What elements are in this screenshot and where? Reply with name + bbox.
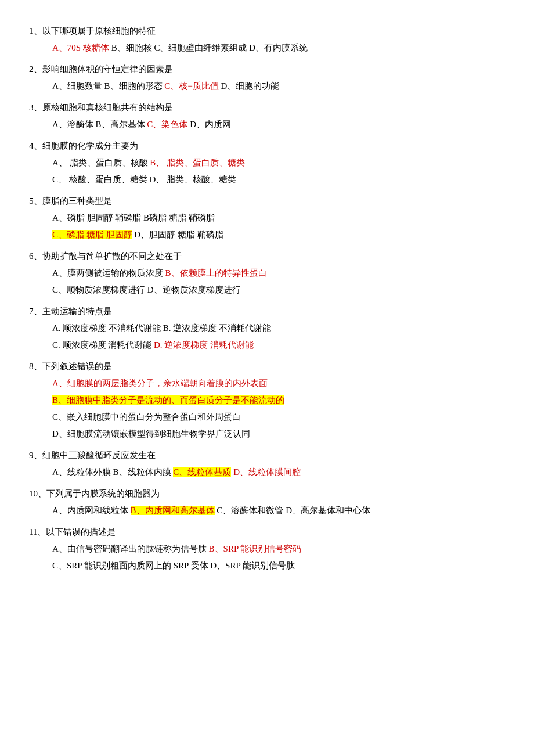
options-row-q8-1: B、细胞膜中脂类分子是流动的、而蛋白质分子是不能流动的 (29, 393, 505, 408)
options-row-q3-0: A、溶酶体 B、高尔基体 C、染色体 D、内质网 (29, 117, 505, 132)
option-q9-A: A、线粒体外膜 (52, 467, 111, 477)
option-q2-D: D、细胞的功能 (221, 81, 280, 91)
option-q8-D: D、细胞膜流动镶嵌模型得到细胞生物学界广泛认同 (52, 429, 250, 438)
question-title-q3: 3、原核细胞和真核细胞共有的结构是 (29, 100, 505, 116)
question-q9: 9、细胞中三羧酸循环反应发生在A、线粒体外膜 B、线粒体内膜 C、线粒体基质 D… (29, 448, 505, 480)
question-title-q1: 1、以下哪项属于原核细胞的特征 (29, 23, 505, 39)
option-q3-D: D、内质网 (190, 120, 231, 129)
option-q11-D: D、SRP 能识别信号肽 (210, 561, 295, 570)
option-q10-D: D、高尔基体和中心体 (286, 506, 370, 515)
option-q8-C: C、嵌入细胞膜中的蛋白分为整合蛋白和外周蛋白 (52, 412, 241, 422)
options-row-q7-0: A. 顺浓度梯度 不消耗代谢能 B. 逆浓度梯度 不消耗代谢能 (29, 321, 505, 336)
option-q1-B: B、细胞核 (111, 43, 152, 52)
options-row-q11-0: A、由信号密码翻译出的肽链称为信号肽 B、SRP 能识别信号密码 (29, 541, 505, 557)
question-q2: 2、影响细胞体积的守恒定律的因素是A、细胞数量 B、细胞的形态 C、核−质比值 … (29, 62, 505, 94)
option-q6-C: C、顺物质浓度梯度进行 (52, 285, 145, 294)
question-title-q10: 10、下列属于内膜系统的细胞器为 (29, 486, 505, 502)
question-title-q11: 11、以下错误的描述是 (29, 524, 505, 540)
option-q2-B: B、细胞的形态 (104, 81, 163, 91)
option-q10-B: B、内质网和高尔基体 (131, 506, 215, 515)
option-q9-B: B、线粒体内膜 (113, 467, 171, 477)
option-q11-B: B、SRP 能识别信号密码 (209, 544, 302, 553)
option-q7-D: D. 逆浓度梯度 消耗代谢能 (154, 340, 254, 350)
option-q8-B: B、细胞膜中脂类分子是流动的、而蛋白质分子是不能流动的 (52, 395, 284, 405)
option-q7-B: B. 逆浓度梯度 不消耗代谢能 (163, 323, 271, 333)
option-q6-A: A、膜两侧被运输的物质浓度 (52, 268, 163, 278)
question-title-q2: 2、影响细胞体积的守恒定律的因素是 (29, 62, 505, 77)
option-q2-C: C、核−质比值 (164, 81, 218, 91)
option-q1-C: C、细胞壁由纤维素组成 (154, 43, 247, 52)
options-row-q5-0: A、磷脂 胆固醇 鞘磷脂 B磷脂 糖脂 鞘磷脂 (29, 210, 505, 226)
question-title-q7: 7、主动运输的特点是 (29, 304, 505, 319)
question-q8: 8、下列叙述错误的是A、细胞膜的两层脂类分子，亲水端朝向着膜的内外表面B、细胞膜… (29, 359, 505, 442)
option-q3-A: A、溶酶体 (52, 120, 93, 129)
option-q4-C: C、 核酸、蛋白质、糖类 (52, 175, 147, 184)
question-q6: 6、协助扩散与简单扩散的不同之处在于A、膜两侧被运输的物质浓度 B、依赖膜上的特… (29, 249, 505, 298)
option-q6-B: B、依赖膜上的特异性蛋白 (165, 268, 267, 278)
options-row-q6-0: A、膜两侧被运输的物质浓度 B、依赖膜上的特异性蛋白 (29, 265, 505, 281)
option-q4-D: D、 脂类、核酸、糖类 (150, 175, 237, 184)
option-q1-A: A、70S 核糖体 (52, 43, 109, 52)
option-q7-A: A. 顺浓度梯度 不消耗代谢能 (52, 323, 161, 333)
option-q9-C: C、线粒体基质 (173, 467, 231, 477)
option-q3-B: B、高尔基体 (96, 120, 145, 129)
option-q9-D: D、线粒体膜间腔 (233, 467, 301, 477)
option-q3-C: C、染色体 (147, 120, 187, 129)
option-q2-A: A、细胞数量 (52, 81, 102, 91)
options-row-q7-1: C. 顺浓度梯度 消耗代谢能 D. 逆浓度梯度 消耗代谢能 (29, 337, 505, 353)
options-row-q9-0: A、线粒体外膜 B、线粒体内膜 C、线粒体基质 D、线粒体膜间腔 (29, 465, 505, 480)
option-q5-D: D、胆固醇 糖脂 鞘磷脂 (134, 230, 223, 239)
option-q10-C: C、溶酶体和微管 (217, 506, 283, 515)
options-row-q4-1: C、 核酸、蛋白质、糖类 D、 脂类、核酸、糖类 (29, 172, 505, 188)
option-q1-D: D、有内膜系统 (249, 43, 308, 52)
option-q4-B: B、 脂类、蛋白质、糖类 (150, 158, 245, 167)
question-q5: 5、膜脂的三种类型是A、磷脂 胆固醇 鞘磷脂 B磷脂 糖脂 鞘磷脂C、磷脂 糖脂… (29, 193, 505, 243)
question-title-q5: 5、膜脂的三种类型是 (29, 193, 505, 209)
option-q10-A: A、内质网和线粒体 (52, 506, 128, 515)
question-q7: 7、主动运输的特点是A. 顺浓度梯度 不消耗代谢能 B. 逆浓度梯度 不消耗代谢… (29, 304, 505, 353)
options-row-q10-0: A、内质网和线粒体 B、内质网和高尔基体 C、溶酶体和微管 D、高尔基体和中心体 (29, 503, 505, 519)
option-q4-A: A、 脂类、蛋白质、核酸 (52, 158, 148, 167)
option-q11-C: C、SRP 能识别粗面内质网上的 SRP 受体 (52, 561, 208, 570)
option-q11-A: A、由信号密码翻译出的肽链称为信号肽 (52, 544, 207, 553)
question-title-q8: 8、下列叙述错误的是 (29, 359, 505, 375)
options-row-q6-1: C、顺物质浓度梯度进行 D、逆物质浓度梯度进行 (29, 282, 505, 298)
options-row-q8-0: A、细胞膜的两层脂类分子，亲水端朝向着膜的内外表面 (29, 376, 505, 391)
options-row-q8-3: D、细胞膜流动镶嵌模型得到细胞生物学界广泛认同 (29, 426, 505, 442)
question-q11: 11、以下错误的描述是A、由信号密码翻译出的肽链称为信号肽 B、SRP 能识别信… (29, 524, 505, 574)
option-q5-B: B磷脂 糖脂 鞘磷脂 (143, 213, 215, 222)
question-q3: 3、原核细胞和真核细胞共有的结构是A、溶酶体 B、高尔基体 C、染色体 D、内质… (29, 100, 505, 132)
options-row-q11-1: C、SRP 能识别粗面内质网上的 SRP 受体 D、SRP 能识别信号肽 (29, 558, 505, 574)
question-title-q9: 9、细胞中三羧酸循环反应发生在 (29, 448, 505, 463)
option-q8-A: A、细胞膜的两层脂类分子，亲水端朝向着膜的内外表面 (52, 379, 268, 388)
question-q4: 4、细胞膜的化学成分主要为A、 脂类、蛋白质、核酸 B、 脂类、蛋白质、糖类C、… (29, 138, 505, 188)
exam-content: 1、以下哪项属于原核细胞的特征A、70S 核糖体 B、细胞核 C、细胞壁由纤维素… (29, 23, 505, 574)
option-q5-C: C、磷脂 糖脂 胆固醇 (52, 230, 132, 239)
question-title-q6: 6、协助扩散与简单扩散的不同之处在于 (29, 249, 505, 264)
question-title-q4: 4、细胞膜的化学成分主要为 (29, 138, 505, 154)
question-q1: 1、以下哪项属于原核细胞的特征A、70S 核糖体 B、细胞核 C、细胞壁由纤维素… (29, 23, 505, 56)
options-row-q4-0: A、 脂类、蛋白质、核酸 B、 脂类、蛋白质、糖类 (29, 155, 505, 171)
options-row-q2-0: A、细胞数量 B、细胞的形态 C、核−质比值 D、细胞的功能 (29, 78, 505, 94)
option-q5-A: A、磷脂 胆固醇 鞘磷脂 (52, 213, 141, 222)
options-row-q8-2: C、嵌入细胞膜中的蛋白分为整合蛋白和外周蛋白 (29, 409, 505, 425)
option-q6-D: D、逆物质浓度梯度进行 (147, 285, 241, 294)
option-q7-C: C. 顺浓度梯度 消耗代谢能 (52, 340, 151, 350)
options-row-q1-0: A、70S 核糖体 B、细胞核 C、细胞壁由纤维素组成 D、有内膜系统 (29, 40, 505, 56)
question-q10: 10、下列属于内膜系统的细胞器为A、内质网和线粒体 B、内质网和高尔基体 C、溶… (29, 486, 505, 519)
options-row-q5-1: C、磷脂 糖脂 胆固醇 D、胆固醇 糖脂 鞘磷脂 (29, 227, 505, 243)
